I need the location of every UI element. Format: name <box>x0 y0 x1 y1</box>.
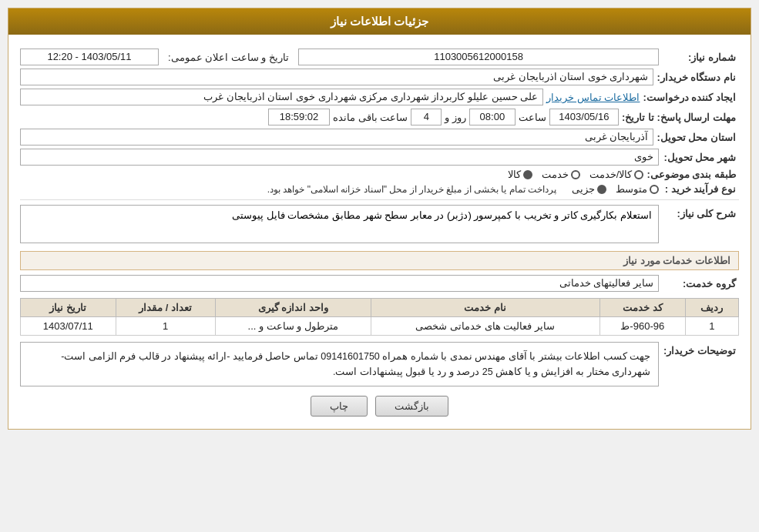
table-cell-unit: مترطول و ساعت و ... <box>215 317 371 336</box>
col-header-unit: واحد اندازه گیری <box>215 299 371 317</box>
announce-label: تاریخ و ساعت اعلان عمومی: <box>168 52 289 63</box>
deadline-time: 08:00 <box>469 109 516 125</box>
services-section-header: اطلاعات خدمات مورد نیاز <box>20 251 739 270</box>
buyer-notes-content: جهت کسب اطلاعات بیشتر با آقای مهندس نمدی… <box>20 342 659 386</box>
org-label: نام دستگاه خریدار: <box>657 72 739 83</box>
category-options: کالا/خدمت خدمت کالا <box>508 169 644 180</box>
category-khidmat[interactable]: خدمت <box>542 169 580 180</box>
deadline-time-label: ساعت <box>519 112 546 123</box>
page-title: جزئیات اطلاعات نیاز <box>8 8 751 35</box>
col-header-code: کد خدمت <box>599 299 685 317</box>
radio-minor-icon <box>597 185 606 194</box>
need-number-value: 1103005612000158 <box>298 49 659 65</box>
deadline-date: 1403/05/16 <box>549 109 619 125</box>
deadline-days-label: روز و <box>445 112 466 123</box>
city-value: خوی <box>20 149 659 166</box>
col-header-row: ردیف <box>685 299 738 317</box>
table-cell-qty: 1 <box>116 317 215 336</box>
deadline-remaining: 18:59:02 <box>268 109 330 125</box>
category-kala-khidmat[interactable]: کالا/خدمت <box>589 169 644 180</box>
category-label: طبقه بندی موضوعی: <box>646 169 739 180</box>
purchase-minor-label: جزیی <box>572 183 595 195</box>
service-group-label: گروه خدمت: <box>662 278 739 289</box>
radio-kala-icon <box>523 170 532 179</box>
back-button[interactable]: بازگشت <box>375 396 448 417</box>
creator-link[interactable]: اطلاعات تماس خریدار <box>546 92 640 103</box>
province-value: آذربایجان غربی <box>20 129 653 146</box>
deadline-remaining-label: ساعت باقی مانده <box>333 112 408 123</box>
purchase-type-label: نوع فرآیند خرید : <box>662 183 739 195</box>
city-label: شهر محل تحویل: <box>662 152 739 163</box>
table-cell-date: 1403/07/11 <box>21 317 116 336</box>
service-group-value: سایر فعالیتهای خدماتی <box>20 275 659 292</box>
announce-value: 1403/05/11 - 12:20 <box>20 49 159 65</box>
deadline-label: مهلت ارسال پاسخ: تا تاریخ: <box>622 112 739 123</box>
table-cell-code: 960-96-ط <box>599 317 685 336</box>
radio-medium-icon <box>650 185 659 194</box>
need-number-label: شماره نیاز: <box>662 52 739 63</box>
print-button[interactable]: چاپ <box>311 396 368 417</box>
creator-label: ایجاد کننده درخواست: <box>643 92 739 103</box>
description-textarea[interactable] <box>20 205 659 243</box>
table-row: 1960-96-طسایر فعالیت های خدماتی شخصیمترط… <box>21 317 739 336</box>
purchase-minor[interactable]: جزیی <box>572 183 606 195</box>
description-section-label: شرح کلی نیاز: <box>662 205 739 219</box>
col-header-date: تاریخ نیاز <box>21 299 116 317</box>
province-label: استان محل تحویل: <box>657 132 739 143</box>
category-kala-label: کالا <box>508 169 521 180</box>
table-cell-row: 1 <box>685 317 738 336</box>
col-header-qty: تعداد / مقدار <box>116 299 215 317</box>
deadline-days: 4 <box>411 109 442 125</box>
services-table: ردیف کد خدمت نام خدمت واحد اندازه گیری ت… <box>20 298 739 336</box>
radio-khidmat-icon <box>571 170 580 179</box>
table-cell-name: سایر فعالیت های خدماتی شخصی <box>371 317 599 336</box>
creator-name: علی حسین علیلو کاربرداز شهرداری مرکزی شه… <box>20 89 543 105</box>
purchase-medium-label: متوسط <box>616 183 647 195</box>
category-kala[interactable]: کالا <box>508 169 532 180</box>
purchase-type-options: متوسط جزیی <box>572 183 659 195</box>
col-header-name: نام خدمت <box>371 299 599 317</box>
purchase-medium[interactable]: متوسط <box>616 183 659 195</box>
category-kala-khidmat-label: کالا/خدمت <box>589 169 633 180</box>
radio-kala-khidmat-icon <box>634 170 643 179</box>
org-value: شهرداری خوی استان اذربایجان غربی <box>20 69 653 85</box>
category-khidmat-label: خدمت <box>542 169 569 180</box>
buyer-notes-label: توضیحات خریدار: <box>662 342 739 356</box>
purchase-note: پرداخت تمام یا بخشی از مبلغ خریدار از مح… <box>20 184 556 195</box>
